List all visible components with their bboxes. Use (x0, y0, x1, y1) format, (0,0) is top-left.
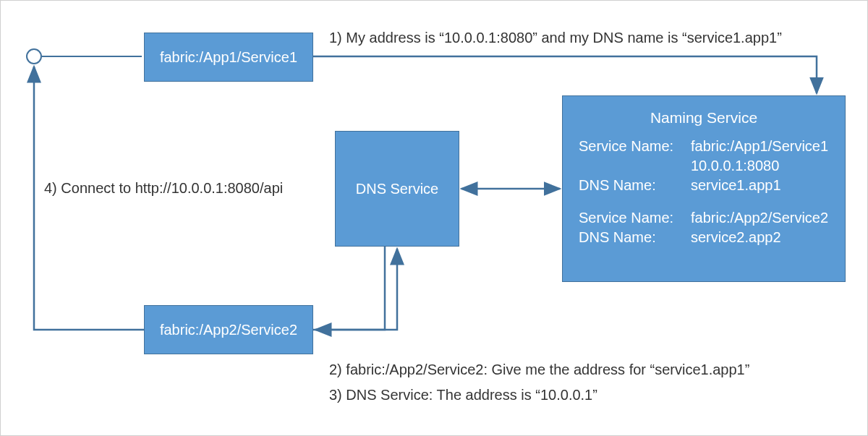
naming-entry1-dns-value: service1.app1 (691, 177, 829, 194)
naming-entry1-address: 10.0.0.1:8080 (691, 158, 829, 174)
service1-label: fabric:/App1/Service1 (160, 49, 297, 66)
arrow-service1-to-naming (313, 56, 817, 93)
origin-circle (26, 48, 42, 64)
naming-entry2-servicename-value: fabric:/App2/Service2 (691, 210, 829, 226)
step1-label: 1) My address is “10.0.0.1:8080” and my … (329, 30, 782, 46)
step3-label: 3) DNS Service: The address is “10.0.0.1… (329, 387, 597, 403)
service2-box: fabric:/App2/Service2 (144, 305, 313, 354)
step2-label: 2) fabric:/App2/Service2: Give me the ad… (329, 362, 749, 378)
service2-label: fabric:/App2/Service2 (160, 322, 297, 338)
naming-entry1-servicename-label: Service Name: (579, 138, 691, 155)
dns-label: DNS Service (356, 181, 438, 197)
naming-entry1-servicename-value: fabric:/App1/Service1 (691, 138, 829, 155)
arrow-dns-to-service2 (315, 247, 385, 330)
dns-box: DNS Service (335, 131, 459, 247)
naming-entry2-dns-value: service2.app2 (691, 229, 829, 246)
naming-entry2-servicename-label: Service Name: (579, 210, 691, 226)
naming-title: Naming Service (579, 109, 829, 127)
naming-service-box: Naming Service Service Name: fabric:/App… (562, 95, 846, 282)
naming-entry1-dns-label: DNS Name: (579, 177, 691, 194)
service1-box: fabric:/App1/Service1 (144, 33, 313, 82)
arrow-service2-to-origin (34, 67, 144, 330)
arrow-service2-to-dns (313, 249, 397, 330)
step4-label: 4) Connect to http://10.0.0.1:8080/api (44, 180, 283, 197)
naming-entry2-dns-label: DNS Name: (579, 229, 691, 246)
